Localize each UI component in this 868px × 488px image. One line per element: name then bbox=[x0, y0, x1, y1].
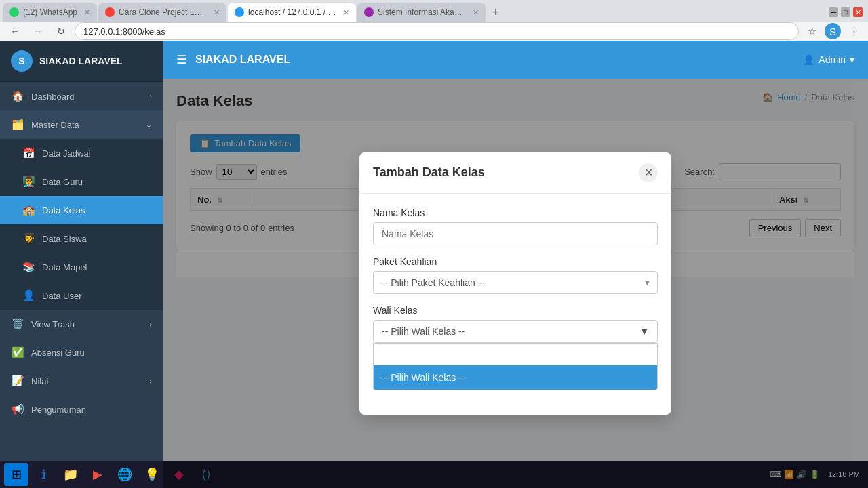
sidebar-label-data-kelas: Data Kelas bbox=[42, 205, 85, 216]
tab-icon-4 bbox=[364, 7, 374, 17]
content-area: Data Kelas 🏠 Home / Data Kelas 📋 Tambah … bbox=[163, 79, 868, 488]
tab-icon-3 bbox=[235, 7, 244, 17]
taskbar-chrome[interactable]: 🌐 bbox=[113, 463, 137, 486]
tab-label-4: Sistem Informasi Akademik Seko... bbox=[378, 7, 466, 17]
sidebar-item-pengumuman[interactable]: 📢 Pengumuman bbox=[0, 395, 163, 424]
sidebar-brand: SIAKAD LARAVEL bbox=[39, 56, 123, 66]
sidebar-item-data-kelas[interactable]: 🏫 Data Kelas bbox=[0, 196, 163, 224]
sidebar-label-data-guru: Data Guru bbox=[42, 177, 83, 187]
sidebar-item-view-trash[interactable]: 🗑️ View Trash › bbox=[0, 310, 163, 338]
tab-label-3: localhost / 127.0.0.1 / akademik /... bbox=[248, 7, 336, 17]
user-dropdown-icon: ▾ bbox=[850, 54, 854, 65]
data-kelas-icon: 🏫 bbox=[22, 204, 35, 216]
browser-chrome: (12) WhatsApp ✕ Cara Clone Project Larav… bbox=[0, 0, 868, 41]
modal-body: Nama Kelas Paket Keahlian -- Pilih Paket… bbox=[359, 194, 671, 415]
top-navbar: ☰ SIAKAD LARAVEL 👤 Admin ▾ bbox=[163, 41, 868, 79]
modal-title: Tambah Data Kelas bbox=[373, 165, 485, 180]
sidebar-item-master-data[interactable]: 🗂️ Master Data ⌄ bbox=[0, 110, 163, 139]
paket-keahlian-select[interactable]: -- Pilih Paket Keahlian -- bbox=[373, 271, 658, 294]
browser-toolbar: ← → ↻ 127.0.0.1:8000/kelas ☆ S ⋮ bbox=[0, 22, 868, 41]
sidebar-item-data-siswa[interactable]: 👨‍🎓 Data Siswa bbox=[0, 224, 163, 253]
sidebar-item-data-guru[interactable]: 👨‍🏫 Data Guru bbox=[0, 167, 163, 196]
sidebar-item-dashboard[interactable]: 🏠 Dashboard › bbox=[0, 82, 163, 110]
forward-button[interactable]: → bbox=[28, 22, 47, 41]
user-label: Admin bbox=[818, 54, 846, 65]
maximize-button[interactable]: □ bbox=[841, 7, 850, 17]
wali-kelas-select-display[interactable]: -- Pilih Wali Kelas -- ▼ bbox=[373, 320, 658, 343]
minimize-button[interactable]: ─ bbox=[829, 7, 838, 17]
navbar-user[interactable]: 👤 Admin ▾ bbox=[803, 54, 854, 65]
sidebar-label-pengumuman: Pengumuman bbox=[31, 405, 86, 415]
sidebar-item-nilai[interactable]: 📝 Nilai › bbox=[0, 367, 163, 395]
new-tab-button[interactable]: + bbox=[487, 3, 505, 21]
navbar-brand: SIAKAD LARAVEL bbox=[195, 54, 795, 66]
browser-tab-4[interactable]: Sistem Informasi Akademik Seko... ✕ bbox=[357, 3, 486, 22]
hamburger-button[interactable]: ☰ bbox=[176, 52, 187, 67]
wali-option-default[interactable]: -- Pilih Wali Kelas -- bbox=[374, 365, 657, 390]
taskbar-ie[interactable]: ℹ bbox=[31, 463, 56, 486]
nilai-icon: 📝 bbox=[11, 375, 24, 387]
wali-kelas-search-input[interactable] bbox=[374, 344, 657, 365]
tab-icon-1 bbox=[9, 7, 19, 17]
view-trash-icon: 🗑️ bbox=[11, 318, 24, 330]
bookmark-button[interactable]: ☆ bbox=[803, 22, 821, 40]
dashboard-icon: 🏠 bbox=[11, 90, 24, 102]
close-window-button[interactable]: ✕ bbox=[853, 7, 863, 17]
wali-kelas-dropdown-open: -- Pilih Wali Kelas -- bbox=[373, 343, 658, 390]
menu-button[interactable]: ⋮ bbox=[845, 22, 863, 40]
data-guru-icon: 👨‍🏫 bbox=[22, 176, 35, 188]
sidebar-label-view-trash: View Trash bbox=[31, 319, 75, 329]
chevron-dashboard-icon: › bbox=[149, 92, 152, 100]
chevron-nilai-icon: › bbox=[149, 377, 152, 385]
data-siswa-icon: 👨‍🎓 bbox=[22, 232, 35, 245]
form-group-nama-kelas: Nama Kelas bbox=[373, 207, 658, 245]
sidebar-item-absensi-guru[interactable]: ✅ Absensi Guru bbox=[0, 338, 163, 367]
main-content: ☰ SIAKAD LARAVEL 👤 Admin ▾ Data Kelas 🏠 … bbox=[163, 41, 868, 488]
start-button[interactable]: ⊞ bbox=[4, 463, 28, 486]
address-text: 127.0.0.1:8000/kelas bbox=[83, 26, 165, 37]
tab-close-1[interactable]: ✕ bbox=[84, 8, 90, 17]
sidebar-item-data-jadwal[interactable]: 📅 Data Jadwal bbox=[0, 139, 163, 167]
address-bar[interactable]: 127.0.0.1:8000/kelas bbox=[75, 22, 799, 40]
paket-keahlian-select-wrapper: -- Pilih Paket Keahlian -- bbox=[373, 271, 658, 294]
taskbar-folder[interactable]: 📁 bbox=[58, 463, 83, 486]
taskbar-lamp[interactable]: 💡 bbox=[140, 463, 164, 486]
tab-close-4[interactable]: ✕ bbox=[473, 8, 479, 17]
data-mapel-icon: 📚 bbox=[22, 261, 35, 273]
browser-tab-1[interactable]: (12) WhatsApp ✕ bbox=[3, 3, 97, 22]
sidebar-item-data-user[interactable]: 👤 Data User bbox=[0, 281, 163, 310]
absensi-guru-icon: ✅ bbox=[11, 346, 24, 359]
sidebar-label-data-siswa: Data Siswa bbox=[42, 234, 87, 244]
nama-kelas-input[interactable] bbox=[373, 222, 658, 245]
tab-label-1: (12) WhatsApp bbox=[23, 7, 77, 17]
modal-header: Tambah Data Kelas ✕ bbox=[359, 152, 671, 194]
modal-close-button[interactable]: ✕ bbox=[639, 163, 658, 182]
browser-tab-2[interactable]: Cara Clone Project Laravel dari C... ✕ bbox=[98, 3, 226, 22]
browser-tab-3[interactable]: localhost / 127.0.0.1 / akademik /... ✕ bbox=[228, 3, 356, 22]
sidebar-header: S SIAKAD LARAVEL bbox=[0, 41, 163, 82]
chevron-master-data-icon: ⌄ bbox=[146, 121, 152, 129]
sidebar-label-nilai: Nilai bbox=[31, 376, 48, 386]
sidebar-submenu-master: 📅 Data Jadwal 👨‍🏫 Data Guru 🏫 Data Kelas… bbox=[0, 139, 163, 310]
paket-keahlian-label: Paket Keahlian bbox=[373, 256, 658, 267]
wali-kelas-chevron-icon: ▼ bbox=[639, 326, 649, 337]
sidebar-label-data-user: Data User bbox=[42, 291, 82, 301]
data-user-icon: 👤 bbox=[22, 289, 35, 302]
taskbar-media[interactable]: ▶ bbox=[85, 463, 110, 486]
modal-tambah-data-kelas: Tambah Data Kelas ✕ Nama Kelas Paket Kea… bbox=[359, 152, 671, 415]
sidebar-label-data-mapel: Data Mapel bbox=[42, 262, 87, 272]
app-container: S SIAKAD LARAVEL 🏠 Dashboard › 🗂️ Master… bbox=[0, 41, 868, 488]
sidebar-logo: S bbox=[11, 50, 33, 72]
tab-close-3[interactable]: ✕ bbox=[343, 8, 349, 17]
profile-button[interactable]: S bbox=[825, 23, 841, 39]
back-button[interactable]: ← bbox=[5, 22, 24, 41]
reload-button[interactable]: ↻ bbox=[52, 22, 71, 41]
form-group-paket-keahlian: Paket Keahlian -- Pilih Paket Keahlian -… bbox=[373, 256, 658, 294]
sidebar-item-data-mapel[interactable]: 📚 Data Mapel bbox=[0, 253, 163, 281]
modal-overlay: Tambah Data Kelas ✕ Nama Kelas Paket Kea… bbox=[163, 79, 868, 488]
tab-label-2: Cara Clone Project Laravel dari C... bbox=[119, 7, 207, 17]
data-jadwal-icon: 📅 bbox=[22, 147, 35, 159]
pengumuman-icon: 📢 bbox=[11, 403, 24, 415]
sidebar-label-absensi-guru: Absensi Guru bbox=[31, 348, 85, 358]
tab-close-2[interactable]: ✕ bbox=[214, 8, 220, 17]
